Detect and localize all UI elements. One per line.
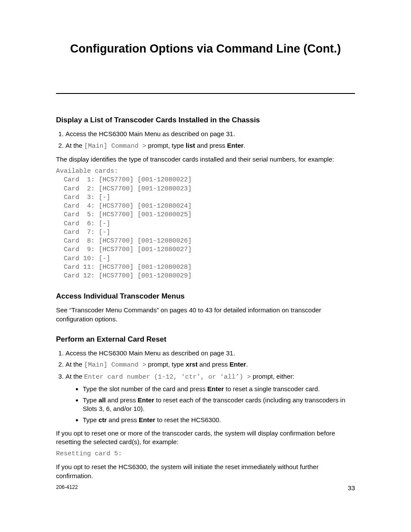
section-display: Display a List of Transcoder Cards Insta… bbox=[56, 115, 355, 280]
body-text: If you opt to reset one or more of the t… bbox=[56, 429, 355, 447]
text: to reset the HCS6300. bbox=[155, 416, 221, 423]
document-number: 206-4122 bbox=[56, 484, 78, 491]
divider bbox=[56, 93, 355, 94]
prompt-text: Enter card number (1-12, ‘ctr’, or ‘all’… bbox=[84, 373, 251, 381]
text: . bbox=[243, 142, 245, 149]
step: At the [Main] Command > prompt, type xrs… bbox=[65, 360, 355, 370]
step: Access the HCS6300 Main Menu as describe… bbox=[65, 349, 355, 358]
body-text: The display identifies the type of trans… bbox=[56, 155, 355, 164]
key-enter: Enter bbox=[138, 396, 154, 404]
text: At the bbox=[65, 361, 84, 368]
page-number: 33 bbox=[348, 484, 355, 492]
terminal-output: Resetting card 5: bbox=[56, 450, 355, 458]
document-page: Configuration Options via Command Line (… bbox=[0, 0, 411, 532]
body-text: If you opt to reset the HCS6300, the sys… bbox=[56, 463, 355, 480]
key-enter: Enter bbox=[139, 416, 155, 423]
step: Access the HCS6300 Main Menu as describe… bbox=[65, 130, 355, 138]
step-list: Access the HCS6300 Main Menu as describe… bbox=[56, 349, 355, 425]
text: to reset a single transcoder card. bbox=[224, 385, 320, 392]
section-heading: Perform an External Card Reset bbox=[56, 335, 355, 345]
text: prompt, type bbox=[146, 142, 186, 149]
step-list: Access the HCS6300 Main Menu as describe… bbox=[56, 130, 355, 151]
step: At the [Main] Command > prompt, type lis… bbox=[65, 141, 355, 151]
section-heading: Access Individual Transcoder Menus bbox=[56, 292, 355, 302]
text: prompt, type bbox=[146, 361, 186, 368]
sub-item: Type all and press Enter to reset each o… bbox=[83, 396, 355, 414]
sub-item: Type ctr and press Enter to reset the HC… bbox=[83, 416, 355, 424]
key-enter: Enter bbox=[227, 142, 243, 149]
prompt-text: [Main] Command > bbox=[84, 143, 146, 150]
section-access: Access Individual Transcoder Menus See “… bbox=[56, 292, 355, 323]
text: At the bbox=[65, 142, 84, 149]
text: and press bbox=[198, 361, 230, 368]
text: . bbox=[246, 361, 248, 368]
key-enter: Enter bbox=[230, 361, 246, 368]
text: Type the slot number of the card and pre… bbox=[83, 385, 207, 392]
command: list bbox=[186, 142, 195, 149]
sub-item: Type the slot number of the card and pre… bbox=[83, 385, 355, 393]
text: Type bbox=[83, 396, 99, 404]
body-text: See “Transcoder Menu Commands” on pages … bbox=[56, 306, 355, 324]
key-enter: Enter bbox=[207, 385, 224, 392]
command: xrst bbox=[186, 361, 198, 368]
terminal-output: Available cards: Card 1: [HCS7700] [001-… bbox=[56, 167, 355, 280]
page-footer: 206-4122 33 bbox=[56, 484, 355, 492]
text: and press bbox=[106, 396, 137, 404]
section-heading: Display a List of Transcoder Cards Insta… bbox=[56, 115, 355, 125]
command: ctr bbox=[99, 416, 107, 423]
step: At the Enter card number (1-12, ‘ctr’, o… bbox=[65, 372, 355, 424]
command: all bbox=[99, 396, 106, 404]
text: Type bbox=[83, 416, 99, 423]
text: At the bbox=[65, 373, 84, 380]
prompt-text: [Main] Command > bbox=[84, 361, 146, 369]
text: prompt, either: bbox=[251, 373, 294, 380]
page-title: Configuration Options via Command Line (… bbox=[56, 41, 355, 56]
text: and press bbox=[107, 416, 139, 423]
section-reset: Perform an External Card Reset Access th… bbox=[56, 335, 355, 480]
text: and press bbox=[195, 142, 227, 149]
sub-list: Type the slot number of the card and pre… bbox=[65, 385, 355, 425]
